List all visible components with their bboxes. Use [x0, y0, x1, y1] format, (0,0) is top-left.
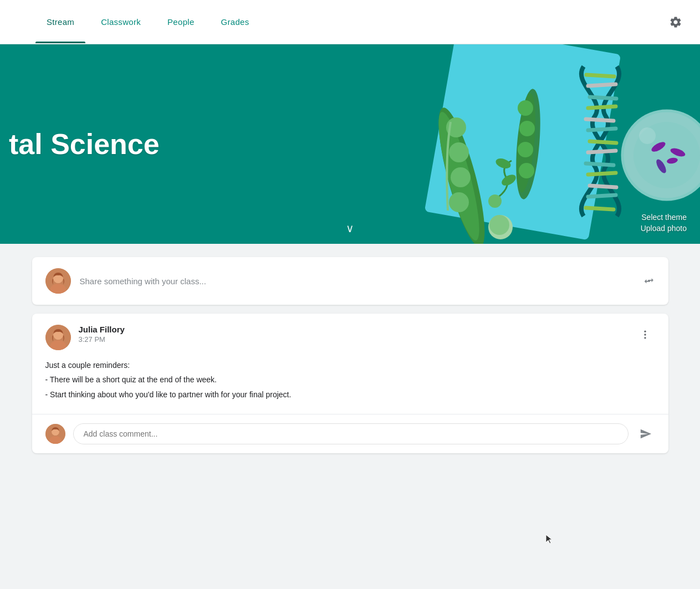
hero-chevron[interactable]: ∨ — [346, 222, 354, 235]
cursor-indicator — [545, 534, 556, 545]
svg-point-39 — [519, 163, 534, 178]
svg-point-33 — [489, 215, 509, 235]
settings-button[interactable] — [665, 11, 687, 33]
post-card: Julia Fillory 3:27 PM Just a couple remi… — [32, 314, 668, 453]
select-theme-button[interactable]: Select theme — [641, 213, 687, 222]
post-line-1: Just a couple reminders: — [45, 359, 655, 371]
hero-banner: tal Science Select theme Upload photo ∨ — [0, 44, 700, 244]
nav-tabs: Stream Classwork People Grades — [13, 13, 665, 31]
user-avatar — [45, 268, 71, 294]
post-header: Julia Fillory 3:27 PM — [32, 314, 668, 350]
hero-title: tal Science — [0, 127, 160, 161]
svg-line-11 — [588, 173, 616, 175]
svg-line-4 — [590, 97, 616, 99]
tab-classwork[interactable]: Classwork — [90, 13, 152, 31]
svg-line-13 — [588, 195, 616, 197]
svg-line-3 — [588, 84, 616, 86]
comment-area — [32, 414, 668, 453]
tab-grades[interactable]: Grades — [210, 13, 260, 31]
main-content: Share something with your class... — [23, 244, 677, 467]
commenter-avatar — [45, 424, 65, 444]
svg-point-50 — [644, 337, 646, 339]
post-more-button[interactable] — [635, 325, 655, 345]
svg-point-49 — [644, 334, 646, 335]
hero-illustration — [229, 44, 700, 244]
svg-point-26 — [449, 142, 469, 162]
send-comment-button[interactable] — [636, 424, 655, 443]
svg-line-2 — [586, 75, 614, 76]
svg-point-22 — [639, 127, 656, 144]
svg-line-14 — [586, 208, 614, 209]
comment-input[interactable] — [73, 423, 629, 444]
post-line-2: - There will be a short quiz at the end … — [45, 373, 655, 386]
hero-actions: Select theme Upload photo — [641, 213, 687, 233]
svg-line-5 — [588, 106, 616, 108]
upload-photo-button[interactable]: Upload photo — [641, 224, 687, 233]
post-author-name: Julia Fillory — [79, 325, 627, 334]
nav-bar: Stream Classwork People Grades — [0, 0, 700, 44]
post-body: Just a couple reminders: - There will be… — [32, 350, 668, 414]
svg-point-48 — [644, 331, 646, 332]
svg-point-54 — [52, 429, 59, 436]
share-card: Share something with your class... — [32, 257, 668, 305]
share-placeholder[interactable]: Share something with your class... — [80, 276, 634, 286]
svg-line-8 — [590, 141, 616, 143]
tab-people[interactable]: People — [156, 13, 206, 31]
svg-line-10 — [586, 163, 614, 165]
post-author-avatar — [45, 325, 71, 350]
svg-point-29 — [488, 194, 502, 208]
post-line-3: - Start thinking about who you'd like to… — [45, 388, 655, 401]
svg-point-37 — [519, 121, 535, 136]
post-time: 3:27 PM — [79, 335, 627, 344]
svg-point-38 — [518, 142, 533, 157]
svg-line-7 — [588, 129, 616, 130]
svg-line-9 — [588, 151, 616, 152]
tab-stream[interactable]: Stream — [35, 13, 85, 31]
svg-point-36 — [518, 100, 533, 116]
move-icon[interactable] — [643, 274, 655, 289]
svg-line-12 — [590, 186, 616, 187]
gear-icon — [669, 16, 682, 29]
svg-point-27 — [451, 167, 471, 187]
svg-point-28 — [449, 192, 469, 212]
post-meta: Julia Fillory 3:27 PM — [79, 325, 627, 344]
svg-line-6 — [586, 119, 614, 121]
